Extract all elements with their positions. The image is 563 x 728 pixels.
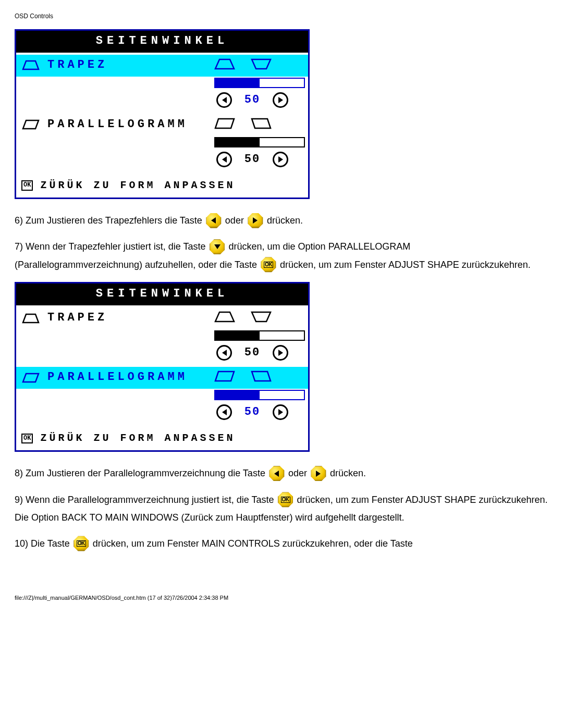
osd2-footer-text: ZÜRÜK ZU FORM ANPASSEN: [40, 431, 235, 445]
osd1-item-trapez-label: TRAPEZ: [47, 58, 107, 73]
text: oder: [225, 215, 247, 226]
svg-marker-3: [23, 120, 39, 129]
trapez-value: 50: [234, 93, 271, 108]
text: 6) Zum Justieren des Trapezfehlers die T…: [15, 215, 205, 226]
trapezoid-narrow-top-icon: [214, 58, 235, 70]
instruction-7: 7) Wenn der Trapezfehler justiert ist, d…: [15, 238, 548, 273]
right-arrow-button-icon: [248, 213, 263, 228]
svg-marker-2: [252, 59, 271, 69]
trapezoid-wide-top-icon: [251, 58, 272, 70]
osd1-item-parallelogramm-label: PARALLELOGRAMM: [47, 117, 188, 132]
text: 8) Zum Justieren der Parallelogrammverze…: [15, 468, 268, 478]
svg-marker-1: [215, 59, 234, 69]
trapezoid-narrow-top-icon: [21, 312, 40, 325]
svg-marker-4: [215, 119, 234, 128]
svg-marker-11: [252, 372, 271, 381]
osd1-item-parallelogramm[interactable]: PARALLELOGRAMM: [16, 114, 308, 136]
osd1-item-trapez[interactable]: TRAPEZ: [16, 55, 308, 77]
instruction-9: 9) Wenn die Parallelogrammverzeichnung j…: [15, 491, 548, 526]
arrow-right-icon[interactable]: [273, 152, 288, 167]
osd1-footer[interactable]: OK ZÜRÜK ZU FORM ANPASSEN: [16, 174, 308, 198]
osd2-item-trapez[interactable]: TRAPEZ: [16, 307, 308, 329]
arrow-left-icon[interactable]: [216, 345, 232, 361]
svg-marker-8: [252, 312, 271, 322]
parallelogram-right-icon: [251, 117, 272, 130]
instruction-10: 10) Die Taste OK drücken, um zum Fenster…: [15, 535, 548, 552]
arrow-left-icon[interactable]: [216, 404, 232, 420]
parallelogram-right-icon: [251, 370, 272, 382]
parallelogramm-slider-bar[interactable]: [214, 390, 305, 400]
text: 9) Wenn die Parallelogrammverzeichnung j…: [15, 495, 277, 505]
text: drücken.: [267, 215, 303, 226]
right-arrow-button-icon: [311, 466, 326, 482]
osd2-item-trapez-label: TRAPEZ: [47, 311, 107, 326]
text: drücken, um zum Fenster MAIN CONTROLS zu…: [93, 538, 413, 549]
text: drücken, um die Option PARALLELOGRAM: [229, 241, 411, 252]
osd2-title: SEITENWINKEL: [16, 283, 308, 306]
ok-button-icon: OK: [278, 492, 293, 508]
trapezoid-wide-top-icon: [251, 311, 272, 323]
arrow-left-icon[interactable]: [216, 152, 232, 167]
osd1-title: SEITENWINKEL: [16, 31, 308, 53]
left-arrow-button-icon: [269, 466, 285, 482]
osd2-footer[interactable]: OK ZÜRÜK ZU FORM ANPASSEN: [16, 426, 308, 450]
trapez-value: 50: [234, 346, 271, 361]
page-title: OSD Controls: [15, 13, 548, 21]
osd1-footer-text: ZÜRÜK ZU FORM ANPASSEN: [40, 179, 235, 192]
text: drücken.: [330, 468, 366, 478]
parallelogramm-value: 50: [234, 405, 271, 420]
parallelogram-icon: [21, 118, 40, 131]
osd-panel-2: SEITENWINKEL TRAPEZ: [15, 282, 310, 452]
svg-marker-0: [23, 61, 39, 69]
trapez-slider-bar[interactable]: [214, 78, 305, 88]
trapez-slider-bar[interactable]: [214, 330, 305, 341]
svg-marker-7: [215, 312, 234, 322]
svg-marker-9: [23, 374, 39, 382]
parallelogram-left-icon: [214, 117, 235, 130]
text: 10) Die Taste: [15, 538, 72, 549]
trapezoid-narrow-top-icon: [214, 311, 235, 323]
instruction-6: 6) Zum Justieren des Trapezfehlers die T…: [15, 212, 548, 229]
arrow-right-icon[interactable]: [273, 345, 288, 361]
down-arrow-button-icon: [210, 239, 225, 255]
ok-button-icon: OK: [261, 257, 276, 273]
osd2-item-parallelogramm[interactable]: PARALLELOGRAMM: [16, 367, 308, 389]
instruction-8: 8) Zum Justieren der Parallelogrammverze…: [15, 464, 548, 482]
text: drücken, um zum Fenster ADJUST SHAPE zur…: [280, 260, 531, 270]
svg-marker-6: [23, 314, 39, 323]
parallelogramm-slider-bar[interactable]: [214, 137, 305, 147]
svg-marker-10: [215, 372, 234, 381]
text: 7) Wenn der Trapezfehler justiert ist, d…: [15, 241, 209, 252]
text: (Parallelogrammverzeichnung) aufzuhellen…: [15, 260, 260, 270]
ok-icon: OK: [21, 180, 33, 191]
parallelogram-left-icon: [214, 370, 235, 382]
ok-icon: OK: [21, 434, 33, 444]
text: oder: [288, 468, 310, 478]
trapezoid-narrow-top-icon: [21, 58, 40, 72]
arrow-right-icon[interactable]: [273, 92, 288, 108]
left-arrow-button-icon: [206, 213, 222, 228]
parallelogramm-value: 50: [234, 152, 271, 167]
osd2-item-parallelogramm-label: PARALLELOGRAMM: [47, 370, 188, 385]
parallelogram-icon: [21, 371, 40, 385]
osd-panel-1: SEITENWINKEL TRAPEZ: [15, 29, 310, 200]
ok-button-icon: OK: [74, 536, 89, 551]
svg-marker-5: [252, 119, 271, 128]
arrow-right-icon[interactable]: [273, 404, 288, 420]
footer-path: file:///Z|/multi_manual/GERMAN/OSD/osd_c…: [15, 594, 548, 601]
arrow-left-icon[interactable]: [216, 92, 232, 108]
